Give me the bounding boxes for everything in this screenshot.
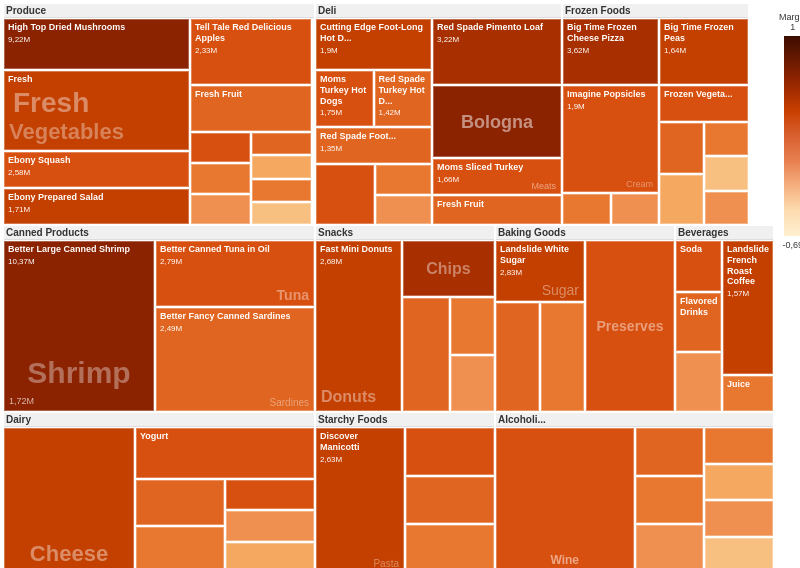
cell-dairy-sm5 — [226, 543, 314, 568]
cell-landslide-coffee: Landslide French Roast Coffee 1,57M — [723, 241, 773, 374]
snacks-section: Snacks Fast Mini Donuts 2,68M Donuts Chi… — [316, 226, 494, 411]
baking-section: Baking Goods Landslide White Sugar 2,83M… — [496, 226, 674, 411]
cell-fresh-vegetables: Fresh Fresh Vegetables — [4, 71, 189, 150]
cell-alc-sm4 — [705, 428, 773, 463]
cell-prod-sm1 — [191, 133, 250, 162]
cell-frozen-sm1 — [563, 194, 610, 224]
cell-bologna: Bologna — [433, 86, 561, 157]
legend-max: 1 — [790, 22, 795, 32]
cell-big-time-peas: Big Time Frozen Peas 1,64M — [660, 19, 748, 84]
cell-dairy-sm2 — [136, 527, 224, 568]
cell-frozen-sm5 — [705, 123, 748, 155]
cell-prod-sm3 — [191, 195, 250, 224]
legend-title: Margin — [779, 12, 800, 22]
beverages-section: Beverages Soda Flavored Drinks — [676, 226, 773, 411]
treemap-area: Produce High Top Dried Mushrooms 9,22M F… — [4, 4, 773, 568]
cell-fresh-fruit: Fresh Fruit — [191, 86, 311, 131]
cell-high-top-mushrooms: High Top Dried Mushrooms 9,22M — [4, 19, 189, 69]
cell-alc-sm3 — [636, 525, 704, 568]
cell-red-spade-foot: Red Spade Foot... 1,35M — [316, 128, 431, 163]
legend-gradient-bar — [784, 36, 800, 236]
cell-better-sardines: Better Fancy Canned Sardines 2,49M Sardi… — [156, 308, 314, 411]
cell-prod-sm4 — [252, 133, 311, 154]
cell-frozen-sm7 — [705, 192, 748, 224]
cell-moms-turkey: Moms Turkey Hot Dogs 1,75M — [316, 71, 373, 126]
baking-label: Baking Goods — [496, 226, 674, 240]
cell-dairy-sm4 — [226, 511, 314, 540]
main-container: Produce High Top Dried Mushrooms 9,22M F… — [0, 0, 800, 568]
cell-alc-sm5 — [705, 465, 773, 500]
canned-section: Canned Products Better Large Canned Shri… — [4, 226, 314, 411]
cell-deli-sm2 — [376, 165, 432, 194]
cell-red-spade-pimento: Red Spade Pimento Loaf 3,22M — [433, 19, 561, 84]
cell-frozen-sm4 — [660, 175, 703, 225]
cell-juice: Juice — [723, 376, 773, 411]
cell-starchy-sm2 — [406, 477, 494, 524]
cell-alc-sm1 — [636, 428, 704, 475]
cell-preserves: Preserves — [586, 241, 674, 411]
starchy-section: Starchy Foods Discover Manicotti 2,63M P… — [316, 413, 494, 568]
cell-snack-sm3 — [451, 356, 495, 412]
alcoholic-label: Alcoholi... — [496, 413, 773, 427]
cell-red-spade-turkey: Red Spade Turkey Hot D... 1,42M — [375, 71, 432, 126]
cell-moms-sliced-turkey: Moms Sliced Turkey 1,66M Meats — [433, 159, 561, 194]
cell-tell-tale-apples: Tell Tale Red Delicious Apples 2,33M — [191, 19, 311, 84]
cell-cheese: Cheese — [4, 428, 134, 568]
deli-section: Deli Cutting Edge Foot-Long Hot D... 1,9… — [316, 4, 561, 224]
cell-starchy-sm3 — [406, 525, 494, 568]
produce-section: Produce High Top Dried Mushrooms 9,22M F… — [4, 4, 314, 224]
cell-alc-sm2 — [636, 477, 704, 524]
produce-label: Produce — [4, 4, 314, 18]
cell-ebony-salad: Ebony Prepared Salad 1,71M — [4, 189, 189, 224]
beverages-label: Beverages — [676, 226, 773, 240]
legend: Margin 1 -0,69 — [775, 4, 800, 564]
cell-bev-sm1 — [676, 353, 721, 411]
cell-alc-sm7 — [705, 538, 773, 569]
cell-imagine-popsicles: Imagine Popsicles 1,9M Cream — [563, 86, 658, 192]
cell-soda: Soda — [676, 241, 721, 291]
cell-better-tuna: Better Canned Tuna in Oil 2,79M Tuna — [156, 241, 314, 306]
cell-prod-sm5 — [252, 156, 311, 177]
cell-discover-manicotti: Discover Manicotti 2,63M Pasta — [316, 428, 404, 568]
legend-min: -0,69 — [783, 240, 800, 250]
cell-prod-sm2 — [191, 164, 250, 193]
cell-snack-sm1 — [403, 298, 449, 411]
dairy-label: Dairy — [4, 413, 314, 427]
cell-snack-sm2 — [451, 298, 495, 354]
cell-starchy-sm1 — [406, 428, 494, 475]
cell-deli-sm3 — [376, 196, 432, 225]
alcoholic-section: Alcoholi... Wine — [496, 413, 773, 568]
frozen-section: Frozen Foods Big Time Frozen Cheese Pizz… — [563, 4, 748, 224]
cell-prod-sm6 — [252, 180, 311, 201]
cell-flavored-drinks: Flavored Drinks — [676, 293, 721, 351]
cell-wine: Wine — [496, 428, 634, 568]
canned-label: Canned Products — [4, 226, 314, 240]
cell-alc-sm6 — [705, 501, 773, 536]
cell-frozen-veg: Frozen Vegeta... — [660, 86, 748, 121]
cell-cutting-edge: Cutting Edge Foot-Long Hot D... 1,9M — [316, 19, 431, 69]
cell-dairy-sm3 — [226, 480, 314, 509]
dairy-section: Dairy Cheese Yogurt — [4, 413, 314, 568]
deli-label: Deli — [316, 4, 561, 18]
cell-yogurt: Yogurt — [136, 428, 314, 478]
starchy-label: Starchy Foods — [316, 413, 494, 427]
cell-big-time-pizza: Big Time Frozen Cheese Pizza 3,62M — [563, 19, 658, 84]
cell-frozen-sm3 — [660, 123, 703, 173]
cell-dairy-sm1 — [136, 480, 224, 525]
cell-frozen-sm6 — [705, 157, 748, 189]
cell-baking-sm1 — [496, 303, 539, 411]
cell-chips: Chips — [403, 241, 494, 296]
cell-fast-mini-donuts: Fast Mini Donuts 2,68M Donuts — [316, 241, 401, 411]
cell-deli-sm1 — [316, 165, 374, 224]
cell-baking-sm2 — [541, 303, 584, 411]
cell-prod-sm7 — [252, 203, 311, 224]
cell-deli-fresh-fruit: Fresh Fruit — [433, 196, 561, 224]
frozen-label: Frozen Foods — [563, 4, 748, 18]
cell-landslide-sugar: Landslide White Sugar 2,83M Sugar — [496, 241, 584, 301]
cell-better-shrimp: Better Large Canned Shrimp 10,37M Shrimp… — [4, 241, 154, 411]
cell-ebony-squash: Ebony Squash 2,58M — [4, 152, 189, 187]
cell-frozen-sm2 — [612, 194, 659, 224]
snacks-label: Snacks — [316, 226, 494, 240]
